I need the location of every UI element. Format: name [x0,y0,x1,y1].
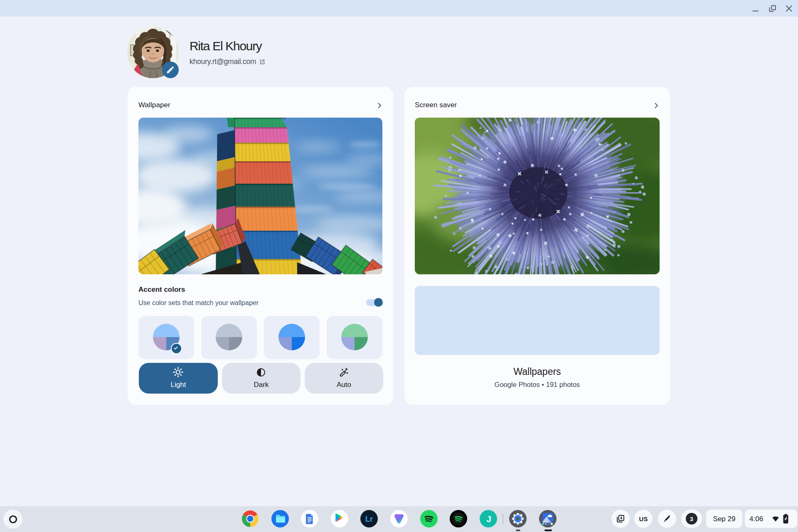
svg-text:Lr: Lr [365,515,373,523]
svg-text:J: J [486,514,491,524]
